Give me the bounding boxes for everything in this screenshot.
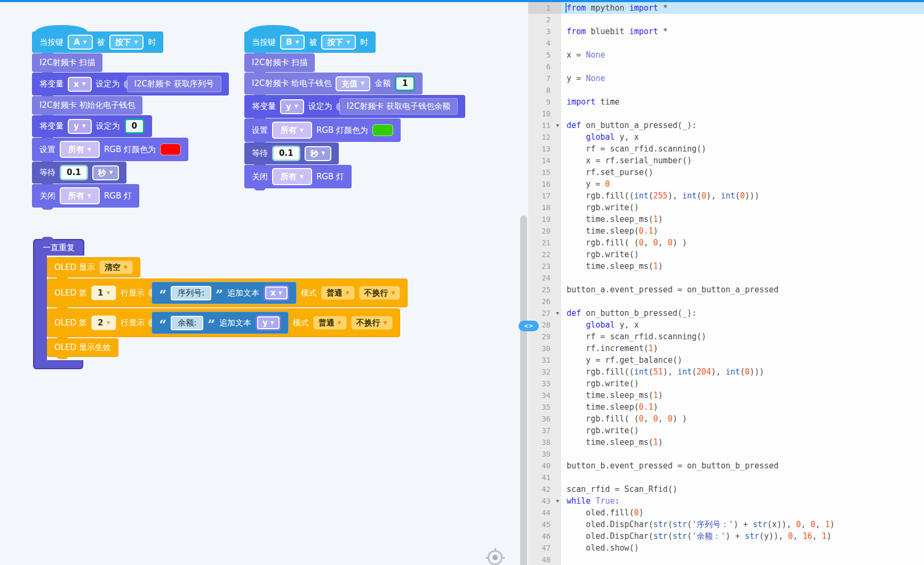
code-line[interactable]: global y, x	[561, 319, 924, 331]
set-variable-y-block[interactable]: 将变量y▼设定为I2C射频卡 获取电子钱包余额	[244, 95, 465, 118]
code-line[interactable]: oled.fill(0)	[561, 507, 924, 519]
mode-dropdown[interactable]: 普通▼	[313, 316, 347, 330]
code-line[interactable]	[561, 296, 924, 307]
code-line[interactable]	[561, 61, 924, 73]
rgb-off-block[interactable]: 关闭所有▼RGB 灯	[32, 184, 139, 208]
text-append-block[interactable]: “序列号:”追加文本x▼	[152, 282, 296, 304]
i2c-init-wallet-block[interactable]: I2C射频卡 初始化电子钱包	[32, 96, 142, 115]
code-line[interactable]: button_b.event_pressed = on_button_b_pre…	[561, 460, 924, 472]
forever-loop-stack[interactable]: 一直重复OLED 显示清空▼OLED 第1▼行显示“序列号:”追加文本x▼模式普…	[33, 239, 408, 369]
i2c-rfid-scan-block[interactable]: I2C射频卡 扫描	[244, 53, 315, 72]
display-action-dropdown[interactable]: 清空▼	[99, 260, 133, 274]
i2c-wallet-recharge-block[interactable]: I2C射频卡 给电子钱包充值▼金额1	[244, 73, 423, 94]
press-state-dropdown[interactable]: 按下▼	[109, 35, 144, 50]
locate-center-icon[interactable]	[485, 548, 505, 565]
code-line[interactable]: import time	[561, 96, 924, 108]
variable-pill[interactable]: y▼	[256, 315, 281, 331]
code-line[interactable]: rgb.fill((int(255), int(0), int(0)))	[561, 190, 924, 202]
code-line[interactable]: oled.DispChar(str(str('余额：') + str(y)), …	[561, 530, 924, 542]
code-line[interactable]	[561, 448, 924, 460]
code-line[interactable]: oled.DispChar(str(str('序列号：') + str(x)),…	[561, 519, 924, 530]
code-line[interactable]: y = None	[561, 73, 924, 84]
number-input[interactable]: 0.1	[60, 165, 88, 180]
code-line[interactable]: while True:	[561, 495, 924, 507]
code-line[interactable]: def on_button_b_pressed(_):	[561, 307, 924, 319]
variable-dropdown[interactable]: y▼	[68, 119, 92, 134]
recharge-mode-dropdown[interactable]: 充值▼	[336, 76, 370, 91]
code-line[interactable]: from bluebit import *	[561, 26, 924, 37]
set-rgb-color-block[interactable]: 设置所有▼RGB 灯颜色为	[244, 118, 401, 142]
code-line[interactable]: x = rf.serial_number()	[561, 155, 924, 166]
number-input[interactable]: 0	[124, 118, 145, 134]
code-line[interactable]: oled.show()	[561, 542, 924, 554]
variable-dropdown[interactable]: x▼	[68, 77, 92, 92]
set-rgb-color-block[interactable]: 设置所有▼RGB 灯颜色为	[32, 138, 188, 161]
i2c-get-wallet-balance-block[interactable]: I2C射频卡 获取电子钱包余额	[339, 98, 458, 115]
code-line[interactable]	[561, 84, 924, 96]
number-input[interactable]: 0.1	[272, 146, 300, 161]
code-line[interactable]: rgb.write()	[561, 202, 924, 213]
code-line[interactable]: rf.set_purse()	[561, 166, 924, 178]
color-swatch-green[interactable]	[372, 124, 393, 136]
code-line[interactable]: time.sleep_ms(1)	[561, 389, 924, 401]
line-number-dropdown[interactable]: 2▼	[91, 315, 116, 330]
code-line[interactable]	[561, 108, 924, 120]
code-line[interactable]: x = None	[561, 49, 924, 61]
code-panel-toggle-button[interactable]: <>	[519, 321, 539, 331]
led-select-dropdown[interactable]: 所有▼	[272, 122, 312, 139]
code-line[interactable]: time.sleep(0.1)	[561, 225, 924, 237]
number-input[interactable]: 1	[395, 76, 415, 91]
button-select-dropdown[interactable]: A▼	[68, 35, 93, 50]
code-line[interactable]: button_a.event_pressed = on_button_a_pre…	[561, 284, 924, 296]
i2c-get-serial-number-block[interactable]: I2C射频卡 获取序列号	[127, 76, 221, 92]
i2c-rfid-scan-block[interactable]: I2C射频卡 扫描	[32, 53, 102, 72]
code-line[interactable]: rf = scan_rfid.scanning()	[561, 331, 924, 343]
variable-pill[interactable]: x▼	[264, 285, 289, 301]
led-select-dropdown[interactable]: 所有▼	[272, 168, 312, 185]
wrap-dropdown[interactable]: 不换行▼	[351, 316, 393, 330]
text-input[interactable]: 序列号:	[171, 286, 211, 300]
code-line[interactable]: from mpython import *	[561, 2, 924, 14]
time-unit-dropdown[interactable]: 秒▼	[92, 165, 119, 180]
color-swatch-red[interactable]	[160, 144, 181, 155]
code-editor[interactable]: from mpython import *from bluebit import…	[561, 2, 924, 565]
blocks-workspace[interactable]: 当按键A▼被按下▼时I2C射频卡 扫描将变量x▼设定为I2C射频卡 获取序列号I…	[0, 2, 528, 565]
fold-toggle-icon[interactable]: ▼	[556, 495, 559, 507]
oled-display-clear-block[interactable]: OLED 显示清空▼	[47, 257, 140, 277]
when-button-a-pressed-block[interactable]: 当按键A▼被按下▼时	[32, 31, 163, 53]
text-input[interactable]: 余额:	[171, 316, 203, 330]
variable-dropdown[interactable]: y▼	[280, 99, 304, 114]
oled-show-line-2-block[interactable]: OLED 第2▼行显示“余额:”追加文本y▼模式普通▼不换行▼	[47, 308, 400, 337]
led-select-dropdown[interactable]: 所有▼	[60, 187, 100, 204]
button-a-stack[interactable]: 当按键A▼被按下▼时I2C射频卡 扫描将变量x▼设定为I2C射频卡 获取序列号I…	[32, 31, 229, 208]
line-number-dropdown[interactable]: 1▼	[91, 285, 116, 300]
code-line[interactable]: time.sleep_ms(1)	[561, 213, 924, 225]
code-line[interactable]: time.sleep_ms(1)	[561, 260, 924, 272]
code-panel[interactable]: 1234567891011▼12131415161718192021222324…	[528, 2, 924, 565]
code-line[interactable]	[561, 37, 924, 49]
set-variable-y-block[interactable]: 将变量y▼设定为0	[32, 115, 152, 137]
text-append-block[interactable]: “余额:”追加文本y▼	[152, 312, 288, 334]
code-line[interactable]: rf = scan_rfid.scanning()	[561, 143, 924, 155]
led-select-dropdown[interactable]: 所有▼	[60, 141, 100, 158]
mode-dropdown[interactable]: 普通▼	[321, 286, 355, 300]
fold-toggle-icon[interactable]: ▼	[556, 120, 559, 131]
workspace-vertical-scrollbar[interactable]	[520, 216, 527, 565]
code-line[interactable]: y = rf.get_balance()	[561, 354, 924, 366]
code-line[interactable]: scan_rfid = Scan_Rfid()	[561, 483, 924, 495]
time-unit-dropdown[interactable]: 秒▼	[305, 146, 331, 161]
button-select-dropdown[interactable]: B▼	[280, 35, 305, 50]
code-line[interactable]: time.sleep_ms(1)	[561, 436, 924, 448]
wait-block[interactable]: 等待0.1秒▼	[32, 162, 126, 184]
code-line[interactable]: rf.increment(1)	[561, 343, 924, 354]
code-line[interactable]	[561, 472, 924, 483]
code-line[interactable]: def on_button_a_pressed(_):	[561, 120, 924, 131]
wrap-dropdown[interactable]: 不换行▼	[359, 286, 401, 300]
code-line[interactable]: rgb.fill( (0, 0, 0) )	[561, 237, 924, 249]
fold-toggle-icon[interactable]: ▼	[556, 307, 559, 319]
code-line[interactable]	[561, 272, 924, 284]
set-variable-x-block[interactable]: 将变量x▼设定为I2C射频卡 获取序列号	[32, 73, 229, 96]
code-line[interactable]: y = 0	[561, 178, 924, 190]
press-state-dropdown[interactable]: 按下▼	[321, 35, 356, 50]
wait-block[interactable]: 等待0.1秒▼	[244, 142, 339, 164]
